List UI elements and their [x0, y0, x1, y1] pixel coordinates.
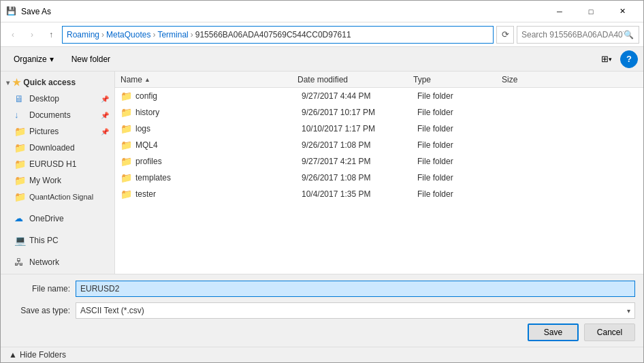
- search-box[interactable]: 🔍: [517, 26, 639, 44]
- hide-folders-label: Hide Folders: [20, 350, 66, 360]
- folder-icon: 📁: [120, 91, 131, 101]
- col-header-date[interactable]: Date modified: [297, 75, 413, 84]
- file-row-date: 10/4/2017 1:35 PM: [302, 189, 417, 199]
- file-row-date: 9/27/2017 4:44 PM: [302, 91, 417, 101]
- save-as-type-select[interactable]: ASCII Text (*.csv) ▾: [76, 302, 635, 319]
- save-as-dialog: 💾 Save As ─ □ ✕ ‹ › ↑ Roaming › MetaQuot…: [0, 0, 644, 363]
- sidebar-item-pictures[interactable]: 📁 Pictures 📌: [1, 123, 114, 140]
- pictures-icon: 📁: [14, 126, 25, 137]
- search-input[interactable]: [521, 30, 624, 40]
- save-as-type-value: ASCII Text (*.csv): [80, 306, 144, 315]
- folder-icon: 📁: [120, 172, 131, 183]
- title-bar: 💾 Save As ─ □ ✕: [1, 1, 643, 22]
- toolbar-row: Organize ▾ New folder ⊞ ▾ ?: [1, 47, 643, 72]
- col-header-type[interactable]: Type: [413, 75, 502, 84]
- breadcrumb-guid: 915566BA06ADA407569C544CC0D97611: [195, 30, 351, 40]
- sidebar-item-label-quantaction: QuantAction Signal: [29, 193, 93, 201]
- file-row-date: 10/10/2017 1:17 PM: [302, 124, 417, 133]
- file-row-date: 9/26/2017 10:17 PM: [302, 108, 417, 117]
- file-row-type: File folder: [417, 124, 506, 133]
- minimize-button[interactable]: ─: [544, 1, 575, 22]
- close-button[interactable]: ✕: [607, 1, 638, 22]
- sidebar-item-label-pictures: Pictures: [29, 127, 59, 136]
- onedrive-icon: ☁: [14, 213, 25, 224]
- sidebar-item-downloaded[interactable]: 📁 Downloaded: [1, 140, 114, 156]
- window-title: Save As: [21, 7, 544, 16]
- documents-pin: 📌: [101, 112, 109, 119]
- refresh-button[interactable]: ⟳: [496, 26, 514, 44]
- hide-folders-row: ▲ Hide Folders: [1, 347, 643, 362]
- table-row[interactable]: 📁 profiles 9/27/2017 4:21 PM File folder: [115, 153, 643, 170]
- sidebar-item-label-onedrive: OneDrive: [29, 214, 64, 223]
- back-button[interactable]: ‹: [5, 27, 21, 43]
- mywork-icon: 📁: [14, 175, 25, 186]
- up-button[interactable]: ↑: [43, 27, 59, 43]
- address-breadcrumb[interactable]: Roaming › MetaQuotes › Terminal › 915566…: [62, 26, 494, 44]
- sidebar-item-quantaction[interactable]: 📁 QuantAction Signal: [1, 189, 114, 205]
- help-button[interactable]: ?: [620, 50, 638, 68]
- button-row: Save Cancel: [9, 323, 635, 341]
- table-row[interactable]: 📁 config 9/27/2017 4:44 PM File folder: [115, 88, 643, 104]
- sidebar-item-desktop[interactable]: 🖥 Desktop 📌: [1, 91, 114, 107]
- eurusd-icon: 📁: [14, 159, 25, 170]
- new-folder-button[interactable]: New folder: [64, 50, 118, 68]
- cancel-button[interactable]: Cancel: [584, 323, 635, 341]
- table-row[interactable]: 📁 logs 10/10/2017 1:17 PM File folder: [115, 121, 643, 137]
- col-header-size[interactable]: Size: [502, 75, 556, 84]
- search-icon: 🔍: [624, 30, 634, 40]
- desktop-icon: 🖥: [14, 93, 25, 104]
- view-arrow: ▾: [609, 56, 612, 63]
- file-row-date: 9/27/2017 4:21 PM: [302, 157, 417, 166]
- sidebar: ▾ ★ Quick access 🖥 Desktop 📌 ↓ Documents…: [1, 72, 115, 274]
- file-name-input[interactable]: [76, 281, 635, 297]
- breadcrumb-terminal: Terminal: [157, 30, 188, 40]
- file-row-type: File folder: [417, 173, 506, 183]
- organize-arrow: ▾: [50, 54, 54, 64]
- sidebar-section-quick-access[interactable]: ▾ ★ Quick access: [1, 74, 114, 91]
- sidebar-item-mywork[interactable]: 📁 My Work: [1, 172, 114, 189]
- hide-folders-link[interactable]: ▲ Hide Folders: [9, 350, 66, 360]
- save-as-type-label: Save as type:: [9, 306, 70, 315]
- file-list-area: Name ▲ Date modified Type Size 📁 config …: [115, 72, 643, 274]
- sidebar-item-onedrive[interactable]: ☁ OneDrive: [1, 210, 114, 227]
- sidebar-item-label-downloaded: Downloaded: [29, 143, 75, 153]
- file-row-name: history: [135, 108, 302, 117]
- sidebar-item-label-desktop: Desktop: [29, 94, 59, 104]
- file-row-name: templates: [135, 173, 302, 183]
- maximize-button[interactable]: □: [575, 1, 607, 22]
- sidebar-item-network[interactable]: 🖧 Network: [1, 254, 114, 270]
- sidebar-item-documents[interactable]: ↓ Documents 📌: [1, 107, 114, 123]
- save-button[interactable]: Save: [528, 323, 579, 341]
- file-row-date: 9/26/2017 1:08 PM: [302, 140, 417, 150]
- quick-access-icon: ★: [12, 77, 21, 88]
- view-button[interactable]: ⊞ ▾: [596, 50, 617, 68]
- col-header-name[interactable]: Name ▲: [120, 75, 297, 84]
- file-name-row: File name:: [9, 280, 635, 298]
- sidebar-item-label-documents: Documents: [29, 110, 71, 120]
- new-folder-label: New folder: [71, 54, 110, 64]
- file-row-type: File folder: [417, 140, 506, 150]
- organize-label: Organize: [14, 54, 47, 64]
- file-row-type: File folder: [417, 91, 506, 101]
- pictures-pin: 📌: [101, 128, 109, 136]
- sidebar-item-thispc[interactable]: 💻 This PC: [1, 232, 114, 249]
- file-list-scroll[interactable]: 📁 config 9/27/2017 4:44 PM File folder 📁…: [115, 88, 643, 274]
- breadcrumb-sep1: ›: [101, 30, 104, 40]
- file-row-type: File folder: [417, 108, 506, 117]
- breadcrumb-roaming: Roaming: [67, 30, 99, 40]
- organize-button[interactable]: Organize ▾: [6, 50, 61, 68]
- file-row-name: logs: [135, 124, 302, 133]
- table-row[interactable]: 📁 MQL4 9/26/2017 1:08 PM File folder: [115, 137, 643, 153]
- sidebar-item-label-network: Network: [29, 257, 59, 267]
- forward-button[interactable]: ›: [24, 27, 40, 43]
- quantaction-icon: 📁: [14, 191, 25, 202]
- table-row[interactable]: 📁 templates 9/26/2017 1:08 PM File folde…: [115, 170, 643, 186]
- breadcrumb-sep2: ›: [152, 30, 155, 40]
- thispc-icon: 💻: [14, 235, 25, 246]
- table-row[interactable]: 📁 tester 10/4/2017 1:35 PM File folder: [115, 186, 643, 202]
- file-list-header: Name ▲ Date modified Type Size: [115, 72, 643, 88]
- table-row[interactable]: 📁 history 9/26/2017 10:17 PM File folder: [115, 104, 643, 121]
- sidebar-item-label-eurusd: EURUSD H1: [29, 159, 76, 169]
- sidebar-item-label-thispc: This PC: [29, 236, 59, 245]
- sidebar-item-eurusd[interactable]: 📁 EURUSD H1: [1, 156, 114, 172]
